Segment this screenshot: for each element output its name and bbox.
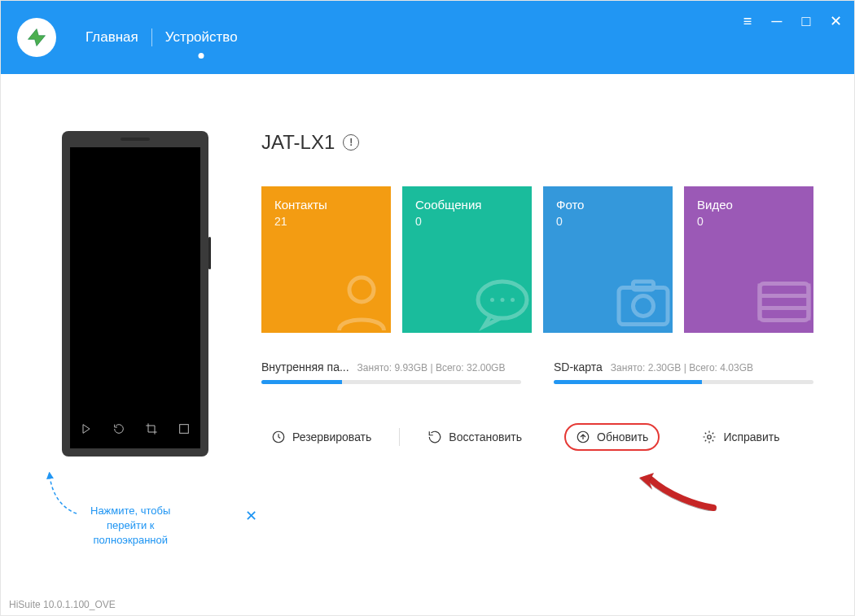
storage-sd-label: SD-карта [554, 360, 603, 374]
tooltip-arrow [40, 469, 81, 521]
actions-row: Резервировать Восстановить Обновить Испр… [261, 423, 813, 451]
storage-internal-detail: Занято: 9.93GB | Всего: 32.00GB [357, 362, 506, 374]
tile-contacts-count: 21 [274, 215, 378, 228]
app-logo [17, 18, 56, 57]
repair-button[interactable]: Исправить [692, 425, 789, 449]
tooltip-line3: полноэкранной [90, 533, 170, 548]
storage-internal: Внутренняя па... Занято: 9.93GB | Всего:… [261, 360, 521, 384]
crop-icon[interactable] [143, 421, 160, 437]
camera-icon [611, 269, 673, 333]
storage-internal-bar [261, 380, 521, 384]
nav-active-indicator [199, 53, 204, 59]
nav: Главная Устройство [72, 28, 251, 46]
tile-messages[interactable]: Сообщения 0 [402, 186, 532, 333]
update-icon [576, 430, 590, 444]
phone-preview [62, 131, 208, 457]
info-icon[interactable]: ! [343, 134, 359, 151]
person-icon [329, 269, 391, 333]
topbar: Главная Устройство ≡ ─ □ ✕ [1, 1, 854, 74]
play-icon[interactable] [78, 421, 94, 437]
svg-rect-9 [760, 284, 809, 321]
gear-icon [702, 430, 717, 444]
window-controls: ≡ ─ □ ✕ [740, 14, 843, 28]
tile-messages-label: Сообщения [415, 198, 519, 212]
device-title-row: JAT-LX1 ! [261, 131, 813, 154]
app-window: Главная Устройство ≡ ─ □ ✕ [0, 0, 855, 616]
phone-side-button [208, 237, 211, 269]
storage-sd-bar-fill [554, 380, 702, 384]
fullscreen-tooltip: Нажмите, чтобы перейти к полноэкранной [90, 504, 170, 548]
update-button[interactable]: Обновить [564, 423, 660, 451]
svg-rect-0 [180, 425, 189, 434]
tiles: Контакты 21 Сообщения 0 Фото 0 Видео 0 [261, 186, 813, 333]
nav-home[interactable]: Главная [72, 29, 151, 46]
restore-label: Восстановить [449, 430, 522, 443]
restore-icon [428, 430, 442, 444]
storage-row: Внутренняя па... Занято: 9.93GB | Всего:… [261, 360, 813, 384]
storage-sd-bar [554, 380, 813, 384]
tile-photos[interactable]: Фото 0 [543, 186, 673, 333]
phone-column [50, 131, 221, 457]
nav-device-label: Устройство [165, 29, 238, 45]
storage-internal-bar-fill [261, 380, 342, 384]
tile-messages-count: 0 [415, 215, 519, 228]
svg-point-4 [501, 298, 505, 302]
tile-videos-count: 0 [697, 215, 800, 228]
body: JAT-LX1 ! Контакты 21 Сообщения 0 Фото 0 [1, 74, 854, 457]
restore-button[interactable]: Восстановить [418, 425, 532, 449]
nav-home-label: Главная [86, 29, 138, 45]
nav-device[interactable]: Устройство [152, 29, 251, 46]
close-icon[interactable]: ✕ [828, 14, 843, 28]
svg-point-7 [634, 296, 654, 317]
tile-photos-count: 0 [556, 215, 660, 228]
version-label: HiSuite 10.0.1.100_OVE [9, 599, 116, 610]
refresh-icon[interactable] [111, 421, 127, 437]
device-name: JAT-LX1 [261, 131, 335, 154]
tile-contacts-label: Контакты [274, 198, 378, 212]
svg-point-3 [490, 298, 494, 302]
annotation-arrow [636, 471, 717, 515]
main: JAT-LX1 ! Контакты 21 Сообщения 0 Фото 0 [261, 131, 813, 457]
tile-contacts[interactable]: Контакты 21 [261, 186, 391, 333]
svg-rect-6 [619, 288, 668, 325]
minimize-icon[interactable]: ─ [770, 14, 784, 28]
svg-point-1 [349, 277, 374, 302]
tooltip-line1: Нажмите, чтобы [90, 504, 170, 518]
repair-label: Исправить [723, 430, 779, 443]
storage-internal-label: Внутренняя па... [261, 360, 349, 374]
backup-button[interactable]: Резервировать [261, 425, 381, 449]
storage-sd: SD-карта Занято: 2.30GB | Всего: 4.03GB [554, 360, 813, 384]
action-separator [399, 428, 400, 446]
phone-speaker [121, 138, 150, 141]
svg-point-5 [511, 298, 515, 302]
backup-label: Резервировать [292, 430, 371, 443]
clock-icon [271, 430, 286, 444]
tooltip-close-icon[interactable]: ✕ [245, 507, 257, 525]
tile-photos-label: Фото [556, 198, 660, 212]
tile-videos[interactable]: Видео 0 [684, 186, 813, 333]
phone-tools [70, 421, 200, 437]
tooltip-line2: перейти к [90, 518, 170, 533]
film-icon [752, 269, 813, 333]
phone-screen [70, 147, 200, 448]
update-label: Обновить [597, 430, 648, 443]
chat-icon [470, 269, 532, 333]
storage-sd-detail: Занято: 2.30GB | Всего: 4.03GB [611, 362, 753, 374]
maximize-icon[interactable]: □ [799, 14, 813, 28]
svg-point-12 [708, 435, 712, 439]
menu-icon[interactable]: ≡ [740, 14, 755, 28]
tile-videos-label: Видео [697, 198, 800, 212]
fullscreen-icon[interactable] [176, 421, 192, 437]
